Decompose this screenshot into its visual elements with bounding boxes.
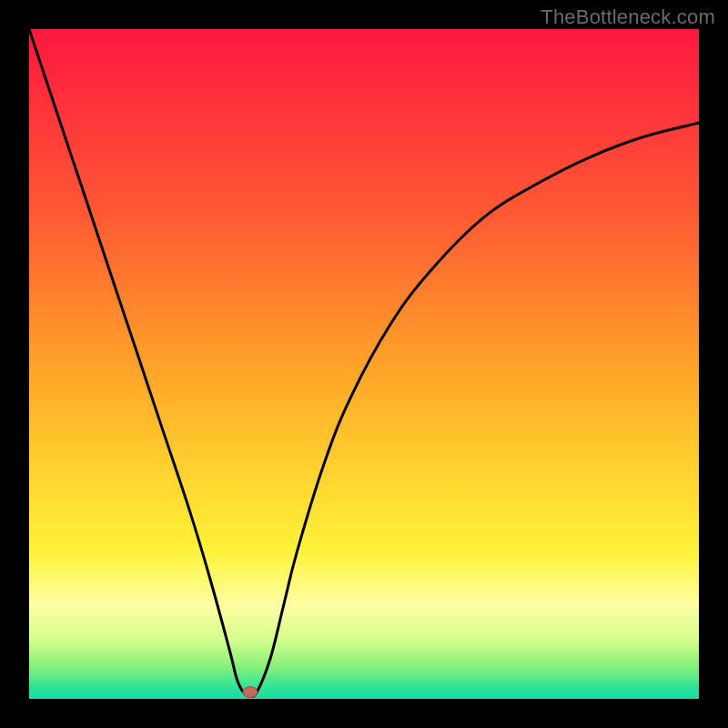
plot-area: [29, 29, 699, 699]
chart-frame: TheBottleneck.com: [0, 0, 728, 728]
watermark-label: TheBottleneck.com: [541, 5, 715, 29]
gradient-background: [29, 29, 699, 699]
bottleneck-chart: [29, 29, 699, 699]
optimal-point-marker: [243, 687, 258, 698]
